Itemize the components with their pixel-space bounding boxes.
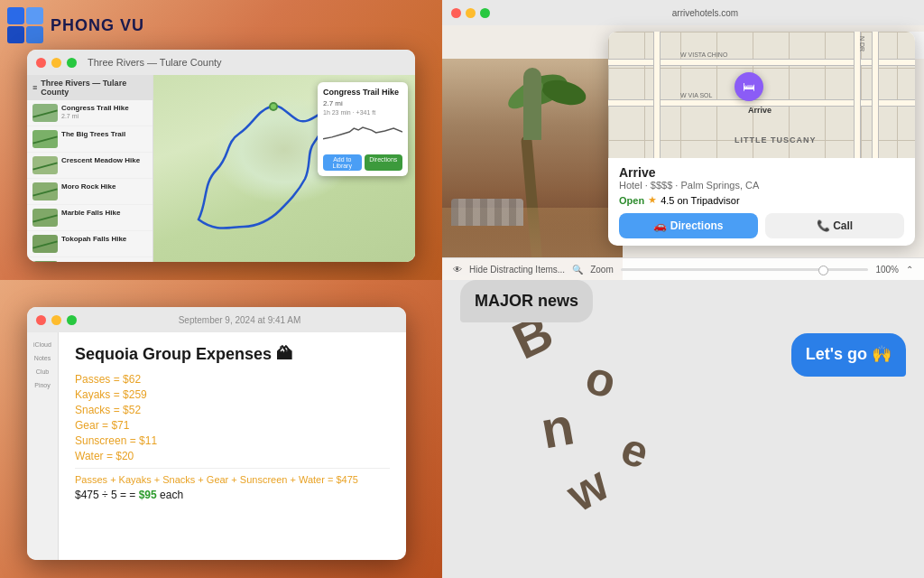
trail-thumbnail-2	[32, 130, 58, 148]
notes-close-icon[interactable]	[36, 315, 46, 325]
map-label-vista-chino: W VISTA CHINO	[680, 51, 727, 58]
top-right-quadrant: arrivehotels.com ARRIVE PALM SPRINGS PRI…	[442, 0, 924, 280]
hotel-image-strip	[442, 59, 623, 280]
eye-icon: 👁	[453, 265, 462, 275]
map-label-via-sol: W VIA SOL	[680, 92, 712, 98]
zoom-chevron-icon[interactable]: ⌃	[906, 265, 913, 275]
notes-content-area[interactable]: Sequoia Group Expenses 🏔 Passes = $62 Ka…	[59, 332, 406, 560]
trail-thumbnail-4	[32, 182, 58, 200]
expense-kayaks: Kayaks = $259	[75, 388, 390, 401]
letter-w: w	[557, 455, 617, 523]
notes-maximize-icon[interactable]	[67, 315, 77, 325]
maximize-button-icon[interactable]	[67, 58, 77, 68]
hotel-photo	[442, 59, 623, 280]
notes-titlebar: September 9, 2024 at 9:41 AM	[27, 307, 406, 332]
zoom-icon: 🔍	[572, 265, 583, 275]
trail-item-1[interactable]: Congress Trail Hike 2.7 mi	[27, 100, 152, 126]
notes-nav-club[interactable]: Club	[27, 367, 58, 377]
car-icon: 🚗	[653, 219, 667, 232]
notes-window: September 9, 2024 at 9:41 AM iCloud Note…	[27, 307, 406, 560]
maps-body: ≡ Three Rivers — Tulare County Congress …	[27, 75, 415, 262]
trail-thumbnail-6	[32, 235, 58, 253]
arrive-rating-score: 4.5 on Tripadvisor	[661, 195, 739, 206]
notes-nav-icloud[interactable]: iCloud	[27, 340, 58, 350]
phong-vu-bar: PHONG VU	[7, 7, 144, 43]
maps-window-title: Three Rivers — Tulare County	[88, 57, 222, 68]
trail-item-5[interactable]: Marble Falls Hike	[27, 205, 152, 231]
congress-distance: 2.7 mi	[323, 99, 402, 107]
expense-snacks: Snacks = $52	[75, 404, 390, 416]
arrive-open-status: Open	[619, 195, 644, 206]
maps-titlebar: Three Rivers — Tulare County	[27, 50, 415, 75]
trail-item-4[interactable]: Moro Rock Hike	[27, 179, 152, 205]
arrive-traffic-lights	[451, 8, 490, 18]
arrive-hotel-pin: 🛏	[735, 72, 763, 101]
phong-vu-brand-name: PHONG VU	[51, 16, 144, 35]
minimize-button-icon[interactable]	[51, 58, 61, 68]
arrive-hotel-rating: Open ★ 4.5 on Tripadvisor	[619, 194, 904, 206]
notes-nav-notes[interactable]: Notes	[27, 353, 58, 363]
svg-point-1	[271, 104, 276, 109]
congress-action-buttons: Add to Library Directions	[323, 154, 402, 171]
expense-sunscreen: Sunscreen = $11	[75, 434, 390, 447]
notes-timestamp: September 9, 2024 at 9:41 AM	[82, 315, 397, 325]
letter-n: n	[536, 395, 578, 460]
expense-gear: Gear = $71	[75, 419, 390, 432]
map-label-nd-dr: N DR	[859, 36, 865, 51]
expense-per-person: $475 ÷ 5 = = $95 each	[75, 489, 390, 501]
arrive-call-button[interactable]: 📞 Call	[765, 213, 904, 238]
arrive-destination-label: Arrive	[748, 106, 772, 115]
arrive-map-card: W VISTA CHINO W VIA SOL LITTLE TUSCANY N…	[608, 32, 915, 246]
arrive-map-area[interactable]: W VISTA CHINO W VIA SOL LITTLE TUSCANY N…	[608, 32, 915, 158]
arrive-close-icon[interactable]	[451, 8, 461, 18]
congress-time: 1h 23 min · +341 ft	[323, 109, 402, 116]
trail-item-3[interactable]: Crescent Meadow Hike	[27, 153, 152, 179]
trail-item-7[interactable]: General Sherman Tree W...	[27, 257, 152, 262]
map-label-little-tuscany: LITTLE TUSCANY	[735, 135, 817, 144]
zoom-slider[interactable]	[621, 268, 869, 271]
zoom-percent: 100%	[875, 265, 899, 275]
trail-item-2[interactable]: The Big Trees Trail	[27, 126, 152, 153]
road-kasefar	[653, 32, 661, 158]
directions-button[interactable]: Directions	[365, 154, 403, 171]
arrive-directions-button[interactable]: 🚗 Directions	[619, 213, 758, 238]
add-to-library-button[interactable]: Add to Library	[323, 154, 362, 171]
arrive-minimize-icon[interactable]	[466, 8, 476, 18]
elevation-chart-icon	[323, 121, 402, 144]
expense-water: Water = $20	[75, 450, 390, 462]
maps-main-area[interactable]: Congress Trail Hike 2.7 mi 1h 23 min · +…	[153, 75, 415, 262]
expense-sum: Passes + Kayaks + Snacks + Gear + Sunscr…	[75, 474, 390, 485]
bottom-left-quadrant: September 9, 2024 at 9:41 AM iCloud Note…	[0, 280, 442, 578]
bottom-right-quadrant: B o n e w MAJOR news Let's go 🙌	[442, 280, 924, 578]
arrive-maximize-icon[interactable]	[480, 8, 490, 18]
arrive-hotel-info: Arrive Hotel · $$$$ · Palm Springs, CA O…	[608, 158, 915, 246]
notes-title: Sequoia Group Expenses 🏔	[75, 345, 390, 364]
arrive-nav-bar: arrivehotels.com	[442, 0, 924, 25]
notes-divider	[75, 468, 390, 469]
expense-passes: Passes = $62	[75, 373, 390, 386]
close-button-icon[interactable]	[36, 58, 46, 68]
notes-nav-pinoy[interactable]: Pinoy	[27, 380, 58, 390]
top-left-quadrant: PHONG VU Three Rivers — Tulare County ≡ …	[0, 0, 442, 280]
maps-sidebar-header: ≡ Three Rivers — Tulare County	[27, 75, 152, 100]
hide-distracting-label[interactable]: Hide Distracting Items...	[469, 265, 565, 275]
notes-minimize-icon[interactable]	[51, 315, 61, 325]
trail-item-6[interactable]: Tokopah Falls Hike	[27, 231, 152, 257]
congress-popup-title: Congress Trail Hike	[323, 88, 402, 97]
arrive-stars-icon: ★	[648, 194, 657, 206]
messages-bubbles: MAJOR news Let's go 🙌	[442, 280, 924, 377]
arrive-hotel-name: Arrive	[619, 165, 904, 180]
message-bubble-sent: Let's go 🙌	[791, 333, 906, 376]
trail-thumbnail-1	[32, 104, 58, 122]
message-bubble-received: MAJOR news	[460, 280, 593, 322]
arrive-zoom-bar: 👁 Hide Distracting Items... 🔍 Zoom 100% …	[442, 257, 924, 280]
congress-popup: Congress Trail Hike 2.7 mi 1h 23 min · +…	[318, 82, 408, 176]
notes-body: iCloud Notes Club Pinoy Sequoia Group Ex…	[27, 332, 406, 560]
maps-window: Three Rivers — Tulare County ≡ Three Riv…	[27, 50, 415, 262]
arrive-url-bar[interactable]: arrivehotels.com	[672, 8, 738, 18]
letter-e: e	[614, 422, 656, 480]
arrive-hotel-category: Hotel · $$$$ · Palm Springs, CA	[619, 180, 904, 191]
trail-thumbnail-3	[32, 156, 58, 174]
notes-sidebar-nav: iCloud Notes Club Pinoy	[27, 332, 59, 560]
phone-icon: 📞	[817, 219, 830, 232]
